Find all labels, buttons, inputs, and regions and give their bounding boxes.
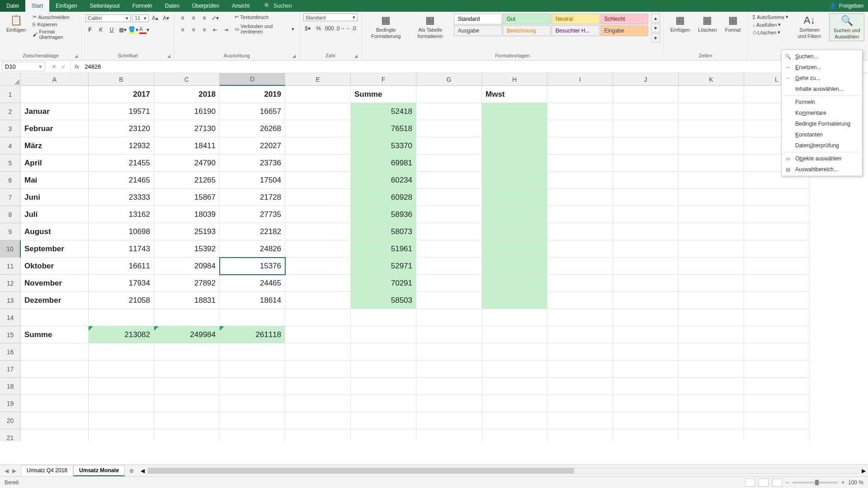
normal-view-button[interactable] (745, 479, 755, 487)
name-box[interactable]: D10▾ (2, 62, 45, 71)
cell[interactable] (613, 378, 679, 395)
cell[interactable] (220, 343, 285, 361)
cell[interactable] (220, 378, 285, 395)
styles-more[interactable]: ▾ (651, 33, 660, 42)
find-select-button[interactable]: 🔍Suchen und Auswählen (829, 14, 864, 41)
font-launcher[interactable]: ◢ (167, 54, 170, 58)
cell[interactable] (89, 412, 154, 429)
italic-button[interactable]: K (96, 25, 105, 34)
cell[interactable]: 25193 (154, 223, 220, 240)
cell[interactable]: 2018 (154, 86, 220, 103)
cell[interactable] (416, 189, 482, 206)
cell[interactable] (547, 103, 613, 120)
row-header[interactable]: 21 (0, 429, 21, 441)
align-middle-button[interactable]: ≡ (189, 14, 198, 23)
cell[interactable] (547, 86, 613, 103)
cell[interactable]: 26268 (220, 120, 285, 137)
cell[interactable]: 27130 (154, 120, 220, 137)
horizontal-scrollbar[interactable]: ◀▶ (147, 468, 859, 474)
row-header[interactable]: 9 (0, 223, 21, 240)
cell[interactable] (154, 395, 220, 412)
clipboard-launcher[interactable]: ◢ (75, 54, 78, 58)
cell[interactable]: 15376 (220, 258, 285, 275)
cell[interactable] (285, 429, 351, 441)
menu-item[interactable]: Kommentare (782, 108, 862, 118)
cell[interactable] (285, 223, 351, 240)
cell[interactable] (220, 361, 285, 378)
cell[interactable]: 16657 (220, 103, 285, 120)
cell[interactable] (416, 172, 482, 189)
paste-button[interactable]: 📋 Einfügen (4, 14, 28, 34)
cell[interactable]: Oktober (21, 258, 89, 275)
cell-style-option[interactable]: Schlecht (600, 14, 648, 24)
accept-formula-button[interactable]: ✓ (61, 63, 66, 70)
row-header[interactable]: 12 (0, 275, 21, 292)
cell[interactable] (482, 206, 547, 223)
zoom-slider[interactable] (793, 482, 838, 483)
cell[interactable]: 18039 (154, 206, 220, 223)
cell[interactable] (679, 343, 744, 361)
cell[interactable] (154, 429, 220, 441)
cell[interactable]: November (21, 275, 89, 292)
scroll-left-icon[interactable]: ◀ (141, 468, 145, 474)
cell[interactable] (21, 412, 89, 429)
cut-button[interactable]: ✂Ausschneiden (31, 14, 78, 20)
cell[interactable] (679, 120, 744, 137)
row-header[interactable]: 7 (0, 189, 21, 206)
border-button[interactable]: ▦▾ (118, 25, 127, 34)
cell[interactable] (21, 343, 89, 361)
cell[interactable]: 21058 (89, 292, 154, 309)
cell[interactable] (613, 292, 679, 309)
styles-scroll-up[interactable]: ▴ (651, 14, 660, 23)
cell[interactable]: 11743 (89, 240, 154, 258)
cell[interactable] (220, 412, 285, 429)
cell[interactable] (679, 189, 744, 206)
add-sheet-button[interactable]: ⊕ (125, 468, 138, 474)
cell[interactable] (744, 378, 810, 395)
cell[interactable] (416, 223, 482, 240)
decrease-decimal-button[interactable]: ←.0 (347, 24, 356, 33)
font-color-button[interactable]: A▾ (140, 25, 149, 34)
cell[interactable] (679, 275, 744, 292)
cell[interactable]: 17504 (220, 172, 285, 189)
cell[interactable] (416, 137, 482, 155)
cell[interactable] (285, 103, 351, 120)
menu-tab-datei[interactable]: Datei (0, 0, 25, 12)
cell[interactable] (416, 258, 482, 275)
worksheet-grid[interactable]: ABCDEFGHIJKL 123456789101112131415161718… (0, 73, 868, 441)
styles-scroll-down[interactable]: ▾ (651, 23, 660, 33)
cell-style-option[interactable]: Neutral (552, 14, 599, 24)
column-header[interactable]: C (154, 73, 220, 86)
copy-button[interactable]: ⎘Kopieren (31, 21, 78, 28)
cell[interactable] (285, 292, 351, 309)
cell[interactable]: 27735 (220, 206, 285, 223)
cell[interactable]: 18614 (220, 292, 285, 309)
cell[interactable] (482, 361, 547, 378)
cell[interactable] (21, 395, 89, 412)
menu-tab-seitenlayout[interactable]: Seitenlayout (84, 0, 126, 12)
cell[interactable] (744, 275, 810, 292)
menu-tab-start[interactable]: Start (25, 0, 49, 12)
cell[interactable] (21, 378, 89, 395)
cell[interactable] (482, 292, 547, 309)
cell[interactable] (613, 326, 679, 343)
cell[interactable] (679, 172, 744, 189)
cell[interactable]: 213082 (89, 326, 154, 343)
sheet-nav-next[interactable]: ▶ (12, 468, 16, 474)
row-header[interactable]: 19 (0, 395, 21, 412)
cell[interactable] (416, 309, 482, 326)
share-button[interactable]: Freigeben (839, 3, 863, 9)
menu-item[interactable]: Konstanten (782, 129, 862, 140)
cell[interactable]: 22027 (220, 137, 285, 155)
row-header[interactable]: 1 (0, 86, 21, 103)
cell[interactable]: 13162 (89, 206, 154, 223)
cell[interactable] (416, 120, 482, 137)
cell[interactable] (285, 120, 351, 137)
font-name-combo[interactable]: Calibri▾ (85, 14, 131, 22)
cell[interactable] (89, 395, 154, 412)
cell[interactable] (679, 223, 744, 240)
cell[interactable] (744, 189, 810, 206)
row-header[interactable]: 6 (0, 172, 21, 189)
cell[interactable] (679, 429, 744, 441)
cell[interactable] (547, 155, 613, 172)
